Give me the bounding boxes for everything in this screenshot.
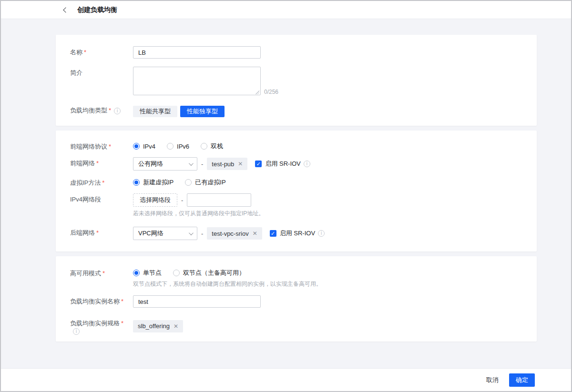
info-icon[interactable]: i [73,328,80,335]
form-body: 名称* 简介 0/256 [1,19,571,368]
info-icon[interactable]: i [114,108,121,114]
frontend-network-label: 前端网络* [70,157,133,171]
checkbox-checked-icon: ✓ [255,161,262,167]
lb-type-label: 负载均衡类型*i [70,106,133,117]
dash-separator: - [201,161,203,168]
page-header: 创建负载均衡 [1,1,571,19]
close-icon[interactable]: ✕ [174,323,178,330]
dash-separator: - [201,230,203,237]
backend-network-tag: test-vpc-sriov ✕ [207,227,262,240]
name-input[interactable] [133,46,261,59]
name-row: 名称* [70,46,522,59]
info-icon[interactable]: i [318,230,325,237]
frontend-protocol-row: 前端网络协议* IPv4 IPv6 双栈 [70,142,522,151]
sriov-checkbox-frontend[interactable]: ✓ 启用 SR-IOV [255,160,300,168]
ipv4-segment-label: IPv4网络段 [70,193,133,218]
radio-ipv4[interactable]: IPv4 [133,143,155,150]
radio-dual-node[interactable]: 双节点（主备高可用） [173,269,245,277]
required-marker: * [102,179,104,186]
vip-method-label: 虚拟IP方法* [70,178,133,187]
lb-type-dedicated-button[interactable]: 性能独享型 [180,106,225,117]
chevron-down-icon [189,231,194,235]
instance-name-input[interactable] [133,295,261,308]
char-counter: 0/256 [264,89,278,97]
required-marker: * [84,49,86,56]
required-marker: * [109,107,111,114]
close-icon[interactable]: ✕ [253,230,257,237]
radio-icon [173,270,180,276]
frontend-network-row: 前端网络* 公有网络 - test-pub ✕ ✓ 启用 SR-IOV [70,157,522,171]
radio-single-node[interactable]: 单节点 [133,269,162,277]
lb-type-shared-button[interactable]: 性能共享型 [133,106,177,117]
backend-network-row: 后端网络* VPC网络 - test-vpc-sriov ✕ ✓ 启用 SR-I… [70,227,522,240]
basic-info-card: 名称* 简介 0/256 [56,35,537,126]
instance-offering-label: 负载均衡实例规格*i [70,317,133,335]
ha-mode-helper: 双节点模式下，系统将自动创建两台配置相同的实例，以实现主备高可用。 [133,280,322,288]
backend-network-type-select[interactable]: VPC网络 [133,227,197,240]
close-icon[interactable]: ✕ [238,161,243,167]
lb-type-row: 负载均衡类型*i 性能共享型 性能独享型 [70,106,522,117]
instance-offering-tag: slb_offering ✕ [133,320,183,332]
instance-name-label: 负载均衡实例名称* [70,295,133,308]
create-load-balancer-page: 创建负载均衡 名称* 简介 [0,0,572,392]
ha-mode-row: 高可用模式* 单节点 双节点（主备高可用） 双节点模式下，系统将自动创建两台配置 [70,269,522,288]
required-marker: * [102,270,105,277]
dash-separator: - [181,197,183,204]
choose-segment-button[interactable]: 选择网络段 [133,193,177,207]
description-row: 简介 0/256 [70,67,522,97]
footer-bar: 取消 确定 [1,368,571,391]
required-marker: * [121,298,123,305]
chevron-left-icon [63,7,68,12]
back-button[interactable] [60,5,70,15]
resize-handle-icon[interactable] [255,90,259,94]
radio-ipv6[interactable]: IPv6 [167,143,189,150]
required-marker: * [96,160,99,167]
radio-icon [133,143,140,150]
ipv4-segment-input[interactable] [187,193,251,207]
description-label: 简介 [70,67,133,97]
confirm-button[interactable]: 确定 [509,373,535,387]
page-title: 创建负载均衡 [77,6,117,14]
info-icon[interactable]: i [304,161,310,167]
instance-offering-row: 负载均衡实例规格*i slb_offering ✕ [70,317,522,335]
radio-icon [201,143,207,150]
instance-card: 高可用模式* 单节点 双节点（主备高可用） 双节点模式下，系统将自动创建两台配置 [56,256,537,342]
required-marker: * [96,229,99,236]
name-label: 名称* [70,46,133,59]
backend-network-label: 后端网络* [70,227,133,240]
checkbox-checked-icon: ✓ [270,230,276,237]
chevron-down-icon [189,161,194,166]
description-textarea[interactable] [133,67,261,95]
ipv4-segment-row: IPv4网络段 选择网络段 - 若未选择网络段，仅可从普通网络段中指定IP地址。 [70,193,522,218]
ha-mode-label: 高可用模式* [70,269,133,288]
radio-dual-stack[interactable]: 双栈 [201,142,223,151]
frontend-network-tag: test-pub ✕ [207,158,247,170]
radio-icon [167,143,174,150]
frontend-network-type-select[interactable]: 公有网络 [133,157,197,171]
radio-existing-vip[interactable]: 已有虚拟IP [185,178,225,187]
radio-icon [185,179,192,186]
frontend-protocol-label: 前端网络协议* [70,142,133,151]
radio-icon [133,179,140,186]
ipv4-segment-helper: 若未选择网络段，仅可从普通网络段中指定IP地址。 [133,210,264,218]
network-card: 前端网络协议* IPv4 IPv6 双栈 [56,131,537,251]
sriov-checkbox-backend[interactable]: ✓ 启用 SR-IOV [270,229,315,238]
radio-icon [133,270,140,276]
cancel-button[interactable]: 取消 [486,376,499,384]
required-marker: * [121,320,123,327]
vip-method-row: 虚拟IP方法* 新建虚拟IP 已有虚拟IP [70,178,522,187]
required-marker: * [109,143,111,150]
instance-name-row: 负载均衡实例名称* [70,295,522,308]
radio-new-vip[interactable]: 新建虚拟IP [133,178,174,187]
